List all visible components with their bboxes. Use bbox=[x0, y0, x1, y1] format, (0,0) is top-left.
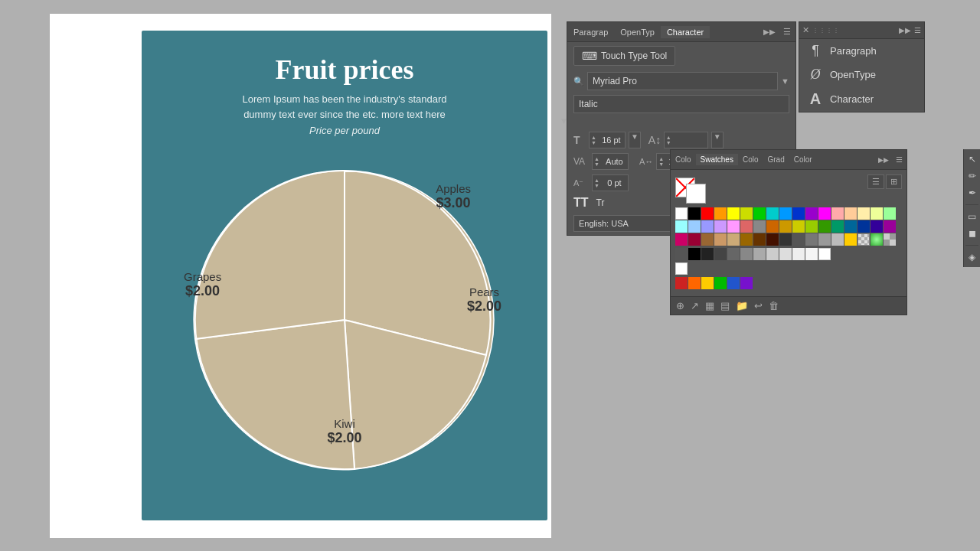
floating-expand-arrow[interactable]: ▶▶ bbox=[899, 26, 911, 34]
kerning-arrows[interactable]: ▲ ▼ bbox=[593, 156, 601, 167]
leading-dropdown[interactable]: ▼ bbox=[711, 132, 724, 148]
swatch-white[interactable] bbox=[675, 207, 688, 220]
swatch-mahogany[interactable] bbox=[753, 233, 766, 246]
swatch-accent-green[interactable] bbox=[714, 277, 727, 289]
swatch-accent-yellow[interactable] bbox=[701, 277, 714, 289]
swatch-brown[interactable] bbox=[701, 233, 714, 246]
font-size-up[interactable]: ▲ bbox=[591, 135, 596, 140]
tt-btn[interactable]: TT bbox=[573, 196, 589, 210]
swatch-tan[interactable] bbox=[714, 233, 727, 246]
sw-add-btn[interactable]: ⊕ bbox=[674, 300, 687, 311]
swatch-accent-orange[interactable] bbox=[688, 277, 701, 289]
touch-type-tool-btn[interactable]: ⌨ Touch Type Tool bbox=[573, 46, 675, 66]
scale-spinner[interactable]: ▲ ▼ 0 pt bbox=[592, 174, 629, 191]
swatch-royal-blue[interactable] bbox=[858, 220, 870, 233]
swatch-accent-purple[interactable] bbox=[740, 277, 753, 289]
swatch-accent-blue[interactable] bbox=[727, 277, 740, 289]
swatch-magenta[interactable] bbox=[818, 207, 831, 220]
font-size-arrows[interactable]: ▲ ▼ bbox=[590, 135, 598, 145]
swatch-lighter-gray[interactable] bbox=[831, 233, 844, 246]
floating-paragraph-item[interactable]: ¶ Paragraph bbox=[799, 39, 924, 63]
font-size-dropdown[interactable]: ▼ bbox=[629, 132, 641, 148]
sw-delete-btn[interactable]: 🗑 bbox=[766, 300, 781, 311]
swatch-accent-red[interactable] bbox=[675, 277, 688, 289]
leading-up[interactable]: ▲ bbox=[666, 135, 671, 140]
swatch-gray1[interactable] bbox=[675, 248, 688, 260]
swatch-light-gray2[interactable] bbox=[805, 233, 818, 246]
panel-menu-btn[interactable]: ☰ bbox=[779, 25, 795, 38]
swatch-dark-green[interactable] bbox=[818, 220, 831, 233]
font-name-input[interactable] bbox=[587, 72, 778, 90]
swatch-transparent[interactable] bbox=[858, 233, 870, 246]
rt-btn-color[interactable]: ◈ bbox=[965, 250, 979, 264]
floating-close-btn[interactable]: ✕ bbox=[802, 25, 809, 35]
swatch-sky[interactable] bbox=[688, 220, 701, 233]
swatch-yellow-green2[interactable] bbox=[805, 220, 818, 233]
swatch-brown-orange[interactable] bbox=[766, 220, 779, 233]
sw-tab-arrow[interactable]: ▶▶ bbox=[875, 155, 892, 165]
swatch-dark-mahogany[interactable] bbox=[766, 233, 779, 246]
tracking-down[interactable]: ▼ bbox=[658, 161, 664, 167]
swatch-teal[interactable] bbox=[831, 220, 844, 233]
swatch-sand[interactable] bbox=[727, 233, 740, 246]
swatch-blue[interactable] bbox=[779, 207, 792, 220]
swatch-dark-gray[interactable] bbox=[779, 233, 792, 246]
rt-btn-pen[interactable]: ✒ bbox=[965, 186, 979, 200]
swatch-gray[interactable] bbox=[753, 220, 766, 233]
scale-down[interactable]: ▼ bbox=[594, 183, 599, 188]
swatch-dark-brown[interactable] bbox=[740, 233, 753, 246]
kerning-down[interactable]: ▼ bbox=[594, 161, 599, 167]
swatch-white2[interactable] bbox=[818, 248, 831, 260]
swatch-hot-pink[interactable] bbox=[675, 233, 688, 246]
leading-spinner[interactable]: ▲ ▼ bbox=[664, 132, 708, 148]
font-name-dropdown-arrow[interactable]: ▼ bbox=[781, 77, 789, 86]
swatch-medium-charcoal[interactable] bbox=[727, 248, 740, 260]
swatch-black[interactable] bbox=[688, 207, 701, 220]
swatch-salmon[interactable] bbox=[740, 220, 753, 233]
sw-tab-swatches[interactable]: Swatches bbox=[696, 154, 738, 165]
swatch-orange[interactable] bbox=[714, 207, 727, 220]
swatch-w1[interactable] bbox=[675, 262, 688, 275]
swatch-purple[interactable] bbox=[805, 207, 818, 220]
font-size-down[interactable]: ▼ bbox=[591, 140, 596, 145]
swatch-near-white[interactable] bbox=[792, 248, 805, 260]
tab-paragraph[interactable]: Paragrap bbox=[567, 26, 614, 38]
rt-btn-fill[interactable]: ◼ bbox=[965, 227, 979, 240]
swatch-olive-yellow[interactable] bbox=[792, 220, 805, 233]
swatch-cyan[interactable] bbox=[766, 207, 779, 220]
swatch-periwinkle[interactable] bbox=[701, 220, 714, 233]
swatch-black2[interactable] bbox=[688, 248, 701, 260]
swatch-mint[interactable] bbox=[884, 207, 896, 220]
floating-opentype-item[interactable]: Ø OpenType bbox=[799, 63, 924, 86]
swatch-light-silver[interactable] bbox=[766, 248, 779, 260]
swatch-crimson[interactable] bbox=[688, 233, 701, 246]
font-style-dropdown-arrow[interactable]: ▼ bbox=[560, 116, 568, 126]
leading-down[interactable]: ▼ bbox=[666, 140, 671, 145]
font-size-spinner[interactable]: ▲ ▼ 16 pt bbox=[589, 132, 626, 148]
swatch-pink-light[interactable] bbox=[831, 207, 844, 220]
swatch-peach[interactable] bbox=[844, 207, 857, 220]
swatch-medium-gray[interactable] bbox=[792, 233, 805, 246]
font-size-value[interactable]: 16 pt bbox=[598, 135, 625, 145]
swatch-yellow-green[interactable] bbox=[740, 207, 753, 220]
swatch-ash[interactable] bbox=[753, 248, 766, 260]
rt-btn-edit[interactable]: ✏ bbox=[965, 169, 979, 183]
sw-list-view-btn[interactable]: ☰ bbox=[867, 174, 884, 189]
sw-menu-btn[interactable]: ☰ bbox=[892, 154, 906, 165]
swatch-off-white[interactable] bbox=[805, 248, 818, 260]
panel-tab-arrow[interactable]: ▶▶ bbox=[760, 26, 779, 37]
bg-color-box[interactable] bbox=[686, 184, 706, 204]
swatch-steel-blue[interactable] bbox=[844, 220, 857, 233]
font-style-input[interactable] bbox=[573, 95, 789, 113]
swatch-pink-pale[interactable] bbox=[727, 220, 740, 233]
sw-list-btn[interactable]: ▤ bbox=[718, 300, 732, 311]
swatch-pale-gray[interactable] bbox=[779, 248, 792, 260]
swatch-navy[interactable] bbox=[792, 207, 805, 220]
swatch-yellow[interactable] bbox=[727, 207, 740, 220]
swatch-near-black[interactable] bbox=[701, 248, 714, 260]
sw-tab-color2[interactable]: Colo bbox=[738, 154, 763, 165]
kerning-spinner[interactable]: ▲ ▼ Auto bbox=[592, 153, 629, 170]
rt-btn-select[interactable]: ↖ bbox=[965, 152, 979, 166]
swatch-aqua-light[interactable] bbox=[675, 220, 688, 233]
kerning-up[interactable]: ▲ bbox=[594, 156, 599, 161]
